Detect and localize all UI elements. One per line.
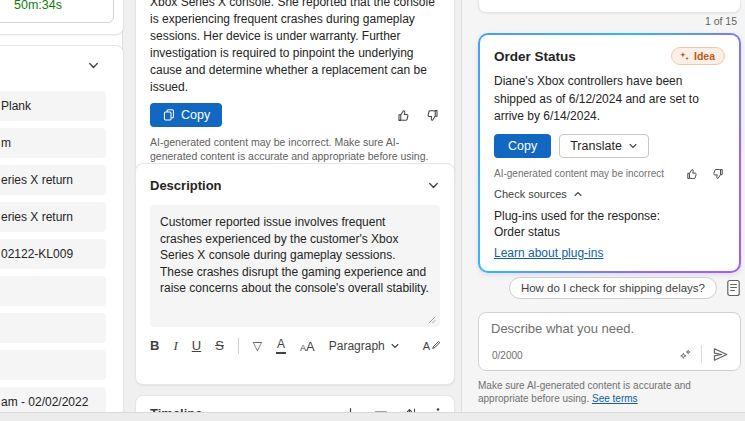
copilot-input[interactable] <box>491 321 691 336</box>
check-sources-label: Check sources <box>494 188 567 200</box>
input-divider <box>701 345 702 363</box>
see-terms-link[interactable]: See terms <box>592 393 638 404</box>
order-status-title: Order Status <box>494 49 576 64</box>
idea-badge: Idea <box>671 47 725 65</box>
resize-handle[interactable] <box>427 315 436 324</box>
thumbs-up-icon[interactable] <box>685 167 699 181</box>
translate-button[interactable]: Translate <box>559 134 649 158</box>
description-textarea[interactable]: Customer reported issue involves frequen… <box>150 205 440 327</box>
ai-summary-text: Xbox Series X console. She reported that… <box>150 0 440 96</box>
plugins-line1: Plug-ins used for the response: <box>494 208 725 225</box>
description-card: Description Customer reported issue invo… <box>135 163 455 385</box>
description-text: Customer reported issue involves frequen… <box>160 215 429 295</box>
timer-value: 50m:34s <box>14 0 62 12</box>
copy-response-button[interactable]: Copy <box>494 134 551 158</box>
list-item[interactable] <box>0 313 106 343</box>
list-item[interactable] <box>0 350 106 380</box>
chevron-down-icon[interactable] <box>427 179 440 192</box>
bold-button[interactable]: B <box>150 337 159 355</box>
paragraph-style-dropdown[interactable]: Paragraph <box>329 339 400 353</box>
previous-copilot-card <box>478 0 741 13</box>
font-size-button[interactable]: AA <box>300 337 315 355</box>
list-item[interactable]: 02122-KL009 <box>0 239 106 269</box>
paragraph-style-label: Paragraph <box>329 339 385 353</box>
copy-summary-button[interactable]: Copy <box>150 103 222 127</box>
thumbs-down-icon[interactable] <box>711 167 725 181</box>
prompt-guide-icon[interactable] <box>726 279 741 297</box>
thumbs-up-icon[interactable] <box>396 108 411 123</box>
timer-icon <box>0 0 8 6</box>
pen-icon <box>431 340 440 351</box>
order-status-card: Order Status Idea Diane's Xbox controlle… <box>478 33 741 273</box>
list-item[interactable]: eries X return <box>0 202 106 232</box>
list-item[interactable] <box>0 276 106 306</box>
left-sidebar: 50m:34s Plank m eries X return eries X r… <box>0 0 123 412</box>
richtext-toolbar: B I U S ▽ A AA Paragraph A <box>150 337 440 355</box>
idea-badge-label: Idea <box>694 50 715 62</box>
plugins-line2: Order status <box>494 224 725 241</box>
strikethrough-button[interactable]: S <box>215 337 224 355</box>
underline-button[interactable]: U <box>192 337 201 355</box>
list-item[interactable]: eries X return <box>0 165 106 195</box>
session-timer-card: 50m:34s <box>0 0 124 35</box>
copilot-input-card: 0/2000 <box>478 312 741 371</box>
copilot-footer-disclaimer: Make sure AI-generated content is accura… <box>478 379 739 405</box>
italic-button[interactable]: I <box>173 337 177 355</box>
thumbs-down-icon[interactable] <box>425 108 440 123</box>
highlight-color-button[interactable]: ▽ <box>253 337 262 355</box>
card-pager: 1 of 15 <box>478 15 737 27</box>
check-sources-toggle[interactable]: Check sources <box>494 188 583 200</box>
case-list-card: Plank m eries X return eries X return 02… <box>0 45 124 417</box>
toolbar-divider <box>238 338 239 354</box>
list-item[interactable]: m <box>0 128 106 158</box>
description-title: Description <box>150 178 222 193</box>
chevron-down-icon <box>628 141 638 151</box>
learn-about-plugins-link[interactable]: Learn about plug-ins <box>494 246 603 260</box>
timer-box: 50m:34s <box>0 0 114 23</box>
plugins-info: Plug-ins used for the response: Order st… <box>494 208 725 241</box>
suggested-prompt-chip[interactable]: How do I check for shipping delays? <box>509 277 717 299</box>
sparkle-icon <box>679 51 690 62</box>
send-icon[interactable] <box>711 346 730 363</box>
response-disclaimer: AI-generated content may be incorrect <box>494 168 664 179</box>
font-color-button[interactable]: A <box>276 338 286 354</box>
char-counter: 0/2000 <box>492 350 523 361</box>
chevron-up-icon <box>573 189 583 199</box>
list-item[interactable]: Plank <box>0 91 106 121</box>
ai-summary-card: Xbox Series X console. She reported that… <box>135 0 455 190</box>
translate-label: Translate <box>570 139 622 153</box>
chevron-down-icon[interactable] <box>87 59 100 72</box>
order-status-text: Diane's Xbox controllers have been shipp… <box>494 73 725 126</box>
app-workspace: 50m:34s Plank m eries X return eries X r… <box>0 0 745 421</box>
copy-icon <box>162 108 175 122</box>
copy-summary-label: Copy <box>181 108 210 122</box>
chevron-down-icon <box>390 341 400 351</box>
prompt-sparkle-icon[interactable] <box>679 348 692 361</box>
bottom-edge-bar <box>0 412 745 421</box>
spellcheck-button[interactable]: A <box>423 340 440 352</box>
